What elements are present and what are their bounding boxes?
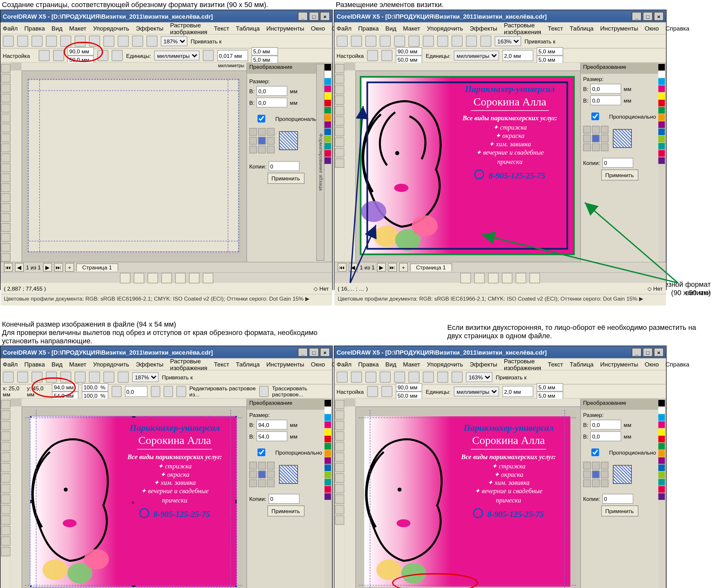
color-palette[interactable] <box>659 63 666 262</box>
canvas-area[interactable]: Парикмахер-универсал Сорокина Алла Все в… <box>344 63 580 262</box>
new-icon[interactable] <box>337 36 348 47</box>
aux-ico-7[interactable] <box>202 273 213 283</box>
aux-ico-6[interactable] <box>189 273 199 283</box>
maximize-icon[interactable]: □ <box>309 12 319 21</box>
redo-icon[interactable] <box>117 36 129 47</box>
transform-docker[interactable]: Преобразование Размер: В: мм В: мм Пропо… <box>580 63 659 262</box>
anchor-grid[interactable] <box>583 126 608 151</box>
palette-swatch[interactable] <box>324 493 331 500</box>
outline-tool-icon[interactable] <box>1 233 10 242</box>
blend-tool-icon[interactable] <box>1 203 10 212</box>
field-w[interactable] <box>590 84 621 93</box>
mirror-h-icon[interactable] <box>151 386 160 397</box>
orientation-landscape-icon[interactable] <box>381 50 392 61</box>
palette-swatch[interactable] <box>659 479 665 486</box>
palette-swatch[interactable] <box>324 129 331 135</box>
palette-swatch[interactable] <box>324 479 331 486</box>
menu-file[interactable]: Файл <box>3 25 18 31</box>
menu-table[interactable]: Таблица <box>236 25 260 31</box>
palette-swatch[interactable] <box>659 114 665 121</box>
trace-bitmap-label[interactable]: Трассировать растровое... <box>272 385 330 398</box>
aux-ico-1[interactable] <box>120 273 130 283</box>
palette-swatch[interactable] <box>324 107 331 114</box>
color-palette[interactable] <box>659 399 666 588</box>
palette-swatch[interactable] <box>659 100 665 106</box>
color-palette[interactable] <box>324 399 332 588</box>
obj-scw-field[interactable] <box>82 383 109 392</box>
shape-tool-icon[interactable] <box>1 74 10 83</box>
page-layout-icon[interactable] <box>112 50 123 61</box>
units-combo[interactable]: миллиметры <box>454 50 499 60</box>
palette-swatch[interactable] <box>659 157 665 164</box>
property-bar[interactable]: Настройка Единицы: миллиметры <box>335 48 666 63</box>
basicshapes-tool-icon[interactable] <box>1 153 10 162</box>
dup-offset-spinners[interactable] <box>537 47 563 64</box>
proportional-check[interactable] <box>252 448 272 456</box>
connector-tool-icon[interactable] <box>1 193 10 202</box>
standard-toolbar[interactable]: 187% Привязать к <box>1 34 332 48</box>
toolbox[interactable] <box>335 399 344 588</box>
aux-ico-2[interactable] <box>133 273 144 283</box>
transform-docker[interactable]: Преобразование Размер: В: мм В: мм Пропо… <box>246 399 324 588</box>
menu-edit[interactable]: Правка <box>358 25 379 31</box>
menu-layout[interactable]: Макет <box>69 25 86 31</box>
transform-docker[interactable]: Преобразование Размер: В: мм В: мм <box>246 63 324 262</box>
ruler-horizontal[interactable] <box>355 399 580 407</box>
ruler-horizontal[interactable]: миллиметры <box>22 63 246 71</box>
apply-button[interactable]: Применить <box>601 505 638 516</box>
orientation-landscape-icon[interactable] <box>53 50 64 61</box>
property-bar[interactable]: Настройка Единицы: миллиметры <box>1 48 332 63</box>
palette-swatch[interactable] <box>659 421 665 428</box>
zoom-tool-icon[interactable] <box>1 93 10 103</box>
property-bar[interactable]: Настройка Единицы: миллиметры <box>335 384 666 399</box>
palette-swatch[interactable] <box>324 121 331 128</box>
transform-docker[interactable]: Преобразование Размер: В: мм В: мм Пропо… <box>580 399 659 588</box>
units-combo[interactable]: миллиметры <box>154 50 199 60</box>
field-w[interactable] <box>257 86 287 96</box>
zoom-tool-icon[interactable] <box>335 96 344 105</box>
palette-swatch[interactable] <box>659 407 665 414</box>
palette-swatch[interactable] <box>659 143 665 150</box>
apply-button[interactable]: Применить <box>267 173 304 184</box>
dup-offset-spinners[interactable] <box>252 47 278 64</box>
page-navigator[interactable]: ⏮◀ 1 из 1 ▶⏭+ Страница 1 <box>335 262 666 272</box>
pick-tool-icon[interactable] <box>335 64 344 73</box>
palette-swatch[interactable] <box>324 143 331 150</box>
minimize-icon[interactable]: _ <box>298 348 308 357</box>
add-page-icon[interactable]: + <box>65 263 74 272</box>
palette-swatch[interactable] <box>324 136 331 142</box>
palette-swatch[interactable] <box>324 436 331 442</box>
palette-swatch[interactable] <box>324 157 331 164</box>
palette-swatch[interactable] <box>659 107 665 114</box>
close-icon[interactable]: × <box>320 12 330 21</box>
maximize-icon[interactable]: □ <box>643 12 652 21</box>
palette-swatch[interactable] <box>659 129 665 135</box>
proportional-check[interactable] <box>252 115 272 123</box>
trace-bitmap-icon[interactable] <box>259 386 269 397</box>
blend-tool-icon[interactable] <box>335 148 344 157</box>
open-icon[interactable] <box>17 36 28 47</box>
palette-swatch[interactable] <box>324 428 331 435</box>
menubar[interactable]: Файл Правка Вид Макет Упорядочить Эффект… <box>1 358 332 370</box>
ruler-vertical[interactable] <box>10 70 22 262</box>
crop-tool-icon[interactable] <box>1 84 10 92</box>
palette-swatch[interactable] <box>659 121 665 128</box>
table-tool-icon[interactable] <box>1 173 10 182</box>
polygon-tool-icon[interactable] <box>1 143 10 152</box>
page-tab-1[interactable]: Страница 1 <box>76 263 118 271</box>
palette-swatch[interactable] <box>659 450 665 457</box>
menu-text[interactable]: Текст <box>548 25 563 31</box>
apply-button[interactable]: Применить <box>601 169 638 180</box>
zoom-combo[interactable]: 187% <box>161 36 188 46</box>
paste-icon[interactable] <box>423 36 434 47</box>
menu-arrange[interactable]: Упорядочить <box>427 25 463 31</box>
toolbox[interactable] <box>1 399 10 588</box>
text-tool-icon[interactable] <box>1 163 10 172</box>
transparency-tool-icon[interactable] <box>1 213 10 222</box>
nudge-field[interactable] <box>502 50 533 61</box>
palette-swatch[interactable] <box>324 414 331 421</box>
edit-bitmap-icon[interactable] <box>176 386 186 397</box>
palette-swatch[interactable] <box>659 150 665 157</box>
ellipse-tool-icon[interactable] <box>1 133 10 142</box>
proportional-check[interactable] <box>585 112 605 120</box>
